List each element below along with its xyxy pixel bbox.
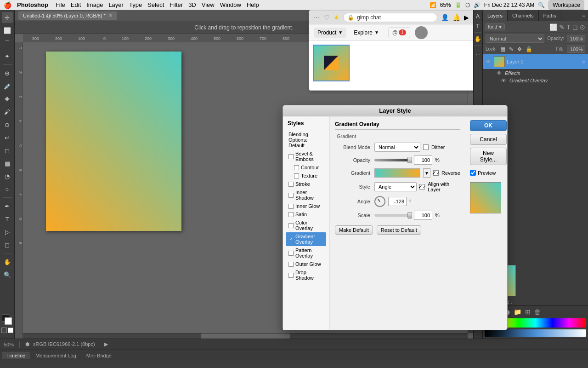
gradient-overlay-item[interactable]: 👁 Gradient Overlay [483, 77, 588, 84]
standard-mode-icon[interactable] [8, 328, 13, 333]
pattern-overlay-item[interactable]: Pattern Overlay [286, 246, 326, 260]
apple-menu[interactable]: 🍎 [4, 1, 11, 9]
crop-tool[interactable]: ⊕ [2, 68, 13, 79]
inner-shadow-checkbox[interactable] [288, 193, 294, 198]
quick-mask-icon[interactable] [1, 328, 7, 333]
menu-layer[interactable]: Layer [108, 1, 124, 8]
gradient-picker-icon[interactable]: ▼ [423, 168, 430, 178]
delete-layer-icon[interactable]: 🗑 [534, 308, 541, 316]
tab-mini-bridge[interactable]: Mini Bridge [82, 352, 116, 359]
gradient-preview[interactable] [374, 168, 420, 178]
zoom-tool[interactable]: 🔍 [2, 269, 13, 280]
marquee-tool[interactable]: ⬜ [2, 25, 13, 36]
angle-dial[interactable] [374, 196, 385, 207]
contour-item[interactable]: Contour [286, 163, 326, 172]
menu-select[interactable]: Select [147, 1, 164, 8]
fill-input[interactable] [567, 46, 585, 53]
blending-options-item[interactable]: Blending Options: Default [286, 130, 326, 150]
search-icon[interactable]: 🔍 [538, 2, 545, 8]
outer-glow-checkbox[interactable] [288, 262, 294, 267]
menu-window[interactable]: Window [220, 1, 241, 8]
path-tool[interactable]: ▷ [2, 226, 13, 237]
pattern-overlay-checkbox[interactable] [288, 251, 294, 256]
layer-fx-icon[interactable]: fx [582, 59, 585, 64]
notifications-icon[interactable]: 🔔 [452, 14, 460, 21]
layer-item-0[interactable]: 👁 Layer 0 fx [483, 54, 588, 69]
clone-tool[interactable]: ⊙ [2, 119, 13, 130]
make-default-button[interactable]: Make Default [335, 225, 373, 235]
eraser-tool[interactable]: ◻ [2, 145, 13, 156]
bevel-emboss-checkbox[interactable] [288, 154, 294, 159]
color-overlay-item[interactable]: Color Overlay [286, 218, 326, 232]
color-overlay-checkbox[interactable] [288, 223, 294, 228]
lock-all-icon[interactable]: 🔒 [526, 46, 532, 52]
new-layer-icon[interactable]: ⊞ [525, 308, 531, 316]
horizontal-scrollbar[interactable] [23, 333, 468, 339]
color-ramp-bar[interactable] [485, 329, 586, 337]
user-profile-icon[interactable]: 👤 [441, 14, 449, 21]
satin-item[interactable]: Satin [286, 210, 326, 218]
tab-timeline[interactable]: Timeline [2, 352, 30, 359]
menu-view[interactable]: View [202, 1, 215, 8]
drop-shadow-item[interactable]: Drop Shadow [286, 268, 326, 282]
opacity-value-input[interactable] [414, 155, 432, 165]
scale-value-input[interactable] [414, 211, 432, 220]
reset-to-default-button[interactable]: Reset to Default [377, 225, 421, 235]
lock-image-icon[interactable]: ✎ [509, 46, 514, 52]
browser-bookmark-icon[interactable]: ♡ [324, 14, 330, 21]
filter-pixel-icon[interactable]: ⬜ [549, 23, 557, 31]
background-color[interactable] [5, 317, 12, 325]
explore-nav[interactable]: Explore ▼ [350, 28, 383, 38]
scrollbar-thumb-h[interactable] [201, 334, 290, 339]
inner-shadow-item[interactable]: Inner Shadow [286, 188, 326, 202]
opacity-input[interactable] [567, 35, 585, 42]
pen-tool[interactable]: ✒ [2, 201, 13, 212]
menu-edit[interactable]: Edit [71, 1, 81, 8]
at-symbol-nav[interactable]: @ 1 [388, 27, 410, 38]
move-tool[interactable]: ✛ [2, 12, 13, 23]
stroke-item[interactable]: Stroke [286, 180, 326, 188]
opacity-slider-thumb[interactable] [407, 157, 412, 163]
tab-channels[interactable]: Channels [508, 10, 538, 21]
gradient-overlay-checkbox[interactable]: ✓ [288, 237, 294, 242]
adj-hand-icon[interactable]: ✋ [474, 35, 481, 42]
healing-tool[interactable]: ✚ [2, 93, 13, 104]
adj-expand-icon[interactable]: ⋮ [475, 52, 481, 57]
menu-file[interactable]: File [56, 1, 65, 8]
menu-type[interactable]: Type [129, 1, 142, 8]
browser-star-icon[interactable]: ★ [334, 14, 339, 21]
ok-button[interactable]: OK [470, 120, 507, 131]
brush-tool[interactable]: 🖌 [2, 106, 13, 117]
group-icon[interactable]: 📁 [514, 308, 521, 316]
texture-item[interactable]: Texture [286, 172, 326, 180]
scale-slider-thumb[interactable] [407, 212, 412, 218]
blend-mode-dropdown[interactable]: Normal [374, 143, 420, 152]
workspace-dropdown[interactable]: Workspace [548, 0, 584, 10]
menu-help[interactable]: Help [247, 1, 259, 8]
panel-options-icon[interactable]: ≡ [580, 13, 588, 18]
send-icon[interactable]: ▶ [464, 14, 469, 21]
menu-filter[interactable]: Filter [170, 1, 183, 8]
type-tool[interactable]: T [2, 213, 13, 224]
preview-checkbox[interactable] [470, 170, 476, 176]
close-tab-icon[interactable]: ✕ [108, 12, 113, 18]
browser-more-icon[interactable]: ⋯ [313, 13, 320, 22]
cancel-button[interactable]: Cancel [470, 134, 507, 145]
inner-glow-checkbox[interactable] [288, 204, 294, 209]
reverse-checkbox[interactable]: ✓ [433, 170, 439, 176]
filter-adjustment-icon[interactable]: ✎ [559, 23, 565, 31]
avatar-nav[interactable] [415, 26, 428, 39]
contour-checkbox[interactable] [294, 165, 299, 170]
texture-checkbox[interactable] [294, 173, 299, 178]
layer-visibility-icon[interactable]: 👁 [486, 58, 492, 65]
blur-tool[interactable]: ◔ [2, 171, 13, 182]
effects-item[interactable]: 👁 Effects [483, 69, 588, 77]
lasso-tool[interactable]: ⌒ [2, 38, 13, 49]
tab-layers[interactable]: Layers [483, 10, 508, 21]
filter-shape-icon[interactable]: ◻ [572, 23, 578, 31]
scale-slider[interactable] [374, 214, 411, 217]
lock-transparent-icon[interactable]: ▦ [500, 46, 505, 52]
eyedropper-tool[interactable]: 💉 [2, 80, 13, 92]
menu-3d[interactable]: 3D [188, 1, 196, 8]
adj-a-icon[interactable]: A [476, 13, 480, 20]
